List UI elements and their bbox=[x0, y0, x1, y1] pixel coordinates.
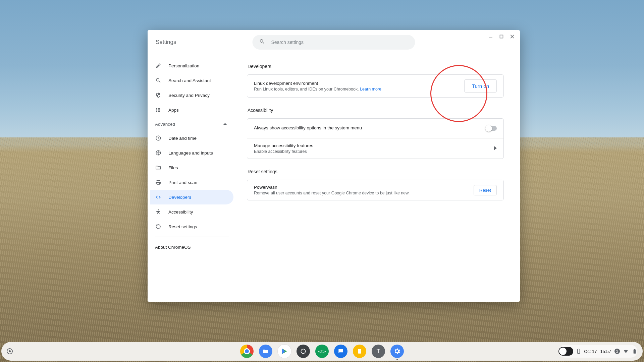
row-subtitle: Run Linux tools, editors, and IDEs on yo… bbox=[254, 87, 381, 92]
dark-mode-toggle[interactable] bbox=[558, 347, 573, 356]
sidebar-item-label: About ChromeOS bbox=[155, 245, 191, 250]
shelf-app-terminal[interactable]: T bbox=[372, 345, 385, 358]
search-icon bbox=[155, 77, 162, 84]
sidebar-item-languages[interactable]: Languages and inputs bbox=[150, 145, 233, 160]
svg-rect-9 bbox=[578, 349, 580, 353]
sidebar-item-label: Search and Assistant bbox=[168, 78, 211, 83]
sidebar-item-search-assistant[interactable]: Search and Assistant bbox=[150, 73, 233, 88]
launcher-button[interactable] bbox=[7, 348, 13, 354]
row-title: Powerwash bbox=[254, 185, 410, 190]
sidebar-item-label: Developers bbox=[168, 195, 191, 200]
sidebar-divider bbox=[155, 237, 229, 237]
svg-rect-8 bbox=[358, 349, 361, 354]
turn-on-button[interactable]: Turn on bbox=[464, 79, 497, 93]
sidebar-item-files[interactable]: Files bbox=[150, 160, 233, 175]
pencil-icon bbox=[155, 62, 162, 69]
notification-badge[interactable]: 2 bbox=[614, 349, 620, 354]
printer-icon bbox=[155, 179, 162, 186]
status-tray[interactable]: Oct 17 15:57 2 bbox=[558, 345, 637, 358]
section-heading-developers: Developers bbox=[248, 64, 504, 69]
svg-point-7 bbox=[301, 349, 305, 353]
sidebar-item-security-privacy[interactable]: Security and Privacy bbox=[150, 88, 233, 103]
sidebar-item-accessibility[interactable]: Accessibility bbox=[150, 204, 233, 219]
globe-icon bbox=[155, 149, 162, 156]
shelf-app-keep[interactable] bbox=[353, 345, 366, 358]
row-title: Linux development environment bbox=[254, 81, 381, 86]
phone-icon bbox=[576, 349, 581, 354]
sidebar-item-label: Security and Privacy bbox=[168, 93, 210, 98]
sidebar-item-date-time[interactable]: Date and time bbox=[150, 131, 233, 145]
header: Settings bbox=[148, 30, 520, 54]
settings-window: Settings Personalization Search and Assi… bbox=[148, 30, 520, 302]
chevron-right-icon bbox=[494, 145, 497, 152]
manage-a11y-row[interactable]: Manage accessibility features Enable acc… bbox=[247, 138, 503, 159]
developers-card: Linux development environment Run Linux … bbox=[247, 74, 504, 98]
sidebar-item-apps[interactable]: Apps bbox=[150, 103, 233, 117]
sidebar-item-label: Accessibility bbox=[168, 209, 193, 215]
linux-environment-row: Linux development environment Run Linux … bbox=[247, 75, 503, 97]
sidebar-item-print-scan[interactable]: Print and scan bbox=[150, 175, 233, 190]
sidebar: Personalization Search and Assistant Sec… bbox=[148, 54, 233, 302]
tray-date: Oct 17 bbox=[584, 349, 597, 354]
search-input[interactable] bbox=[271, 40, 413, 45]
shelf-app-code[interactable]: <t> bbox=[315, 345, 329, 358]
shield-icon bbox=[155, 92, 162, 99]
sidebar-item-label: Date and time bbox=[168, 136, 197, 141]
sidebar-item-about[interactable]: About ChromeOS bbox=[150, 240, 233, 254]
sidebar-item-label: Files bbox=[168, 165, 178, 170]
learn-more-link[interactable]: Learn more bbox=[360, 87, 381, 92]
shelf-app-files[interactable] bbox=[259, 345, 272, 358]
powerwash-row: Powerwash Remove all user accounts and r… bbox=[247, 180, 503, 200]
app-title: Settings bbox=[156, 39, 176, 46]
sidebar-item-label: Languages and inputs bbox=[168, 150, 213, 156]
accessibility-icon bbox=[155, 208, 162, 215]
accessibility-card: Always show accessibility options in the… bbox=[247, 118, 504, 159]
shelf-app-quicksettings[interactable] bbox=[297, 345, 310, 358]
sidebar-item-label: Print and scan bbox=[168, 180, 197, 185]
svg-point-6 bbox=[158, 209, 159, 210]
apps-grid-icon bbox=[155, 107, 162, 113]
reset-button[interactable]: Reset bbox=[474, 185, 497, 195]
row-title: Manage accessibility features bbox=[254, 143, 313, 148]
battery-icon bbox=[632, 349, 637, 354]
shelf-app-chrome[interactable] bbox=[240, 345, 254, 358]
row-subtitle: Remove all user accounts and reset your … bbox=[254, 191, 410, 195]
folder-icon bbox=[155, 164, 162, 171]
row-title: Always show accessibility options in the… bbox=[254, 125, 362, 130]
search-field[interactable] bbox=[253, 35, 415, 50]
sidebar-item-label: Personalization bbox=[168, 63, 199, 68]
always-show-a11y-row[interactable]: Always show accessibility options in the… bbox=[247, 119, 503, 138]
shelf-app-messages[interactable] bbox=[334, 345, 347, 358]
wifi-icon bbox=[623, 349, 629, 354]
sidebar-section-advanced[interactable]: Advanced bbox=[150, 117, 233, 131]
chevron-up-icon bbox=[223, 122, 227, 127]
sidebar-item-personalization[interactable]: Personalization bbox=[150, 58, 233, 73]
sidebar-item-label: Reset settings bbox=[168, 224, 197, 229]
tray-time: 15:57 bbox=[600, 349, 611, 354]
reset-card: Powerwash Remove all user accounts and r… bbox=[247, 180, 504, 200]
shelf-app-play[interactable] bbox=[278, 345, 291, 358]
reset-icon bbox=[155, 223, 162, 230]
sidebar-section-label: Advanced bbox=[155, 122, 175, 127]
code-icon bbox=[155, 194, 162, 200]
clock-icon bbox=[155, 135, 162, 141]
shelf: <t> T Oct 17 15:57 2 bbox=[1, 342, 643, 361]
toggle-switch[interactable] bbox=[486, 126, 497, 131]
shelf-app-settings[interactable] bbox=[390, 345, 404, 358]
content-area: Developers Linux development environment… bbox=[233, 54, 520, 302]
section-heading-reset: Reset settings bbox=[248, 169, 504, 174]
search-icon bbox=[259, 39, 271, 46]
section-heading-accessibility: Accessibility bbox=[248, 108, 504, 113]
shelf-apps: <t> T bbox=[240, 345, 404, 358]
row-subtitle: Enable accessibility features bbox=[254, 149, 313, 154]
sidebar-item-developers[interactable]: Developers bbox=[150, 190, 233, 204]
sidebar-item-label: Apps bbox=[168, 108, 179, 113]
sidebar-item-reset[interactable]: Reset settings bbox=[150, 219, 233, 234]
